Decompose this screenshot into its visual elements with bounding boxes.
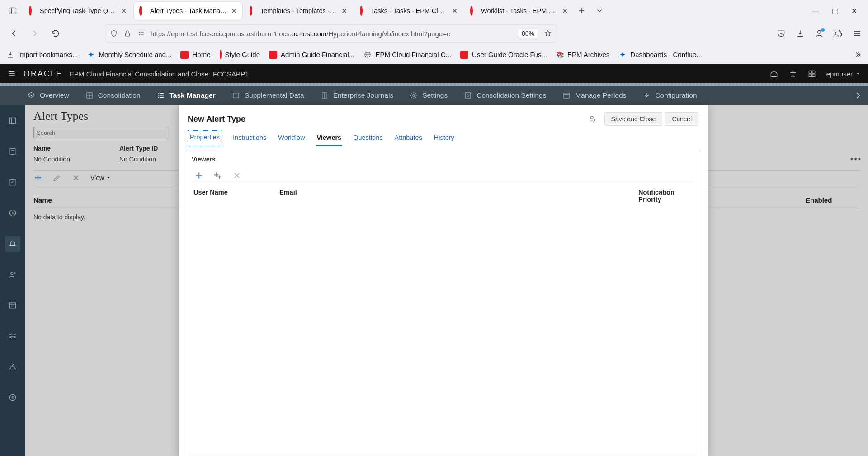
- bookmark-user-guide[interactable]: User Guide Oracle Fus...: [460, 51, 547, 59]
- bookmark-monthly[interactable]: ✦Monthly Schedule and...: [87, 51, 172, 59]
- new-alert-type-dialog: New Alert Type Save and Close Cancel Pro…: [179, 105, 708, 456]
- save-and-close-button[interactable]: Save and Close: [604, 112, 663, 126]
- recent-browsing-button[interactable]: [4, 3, 22, 19]
- tab-workflow[interactable]: Workflow: [277, 130, 306, 146]
- bookmark-admin-guide[interactable]: Admin Guide Financial...: [269, 51, 354, 59]
- data-icon: [232, 91, 240, 100]
- module-nav-scroll-right[interactable]: [854, 91, 863, 100]
- add-team-button[interactable]: [213, 171, 222, 180]
- module-configuration[interactable]: Configuration: [642, 91, 697, 100]
- tab-instructions[interactable]: Instructions: [232, 130, 267, 146]
- accessibility-icon[interactable]: [788, 69, 797, 78]
- dialog-body: Viewers User Name Email Notification Pri…: [186, 150, 700, 456]
- bookmark-label: User Guide Oracle Fus...: [472, 51, 547, 58]
- oracle-favicon-icon: [470, 7, 477, 14]
- downloads-icon[interactable]: [796, 29, 805, 38]
- svg-rect-0: [9, 8, 16, 14]
- tab-close-icon[interactable]: ✕: [121, 7, 127, 15]
- wrench-icon: [642, 91, 651, 100]
- tab-properties[interactable]: Properties: [188, 130, 222, 146]
- bookmark-star-icon[interactable]: [544, 29, 552, 38]
- window-maximize-button[interactable]: ▢: [832, 7, 839, 15]
- reload-button[interactable]: [48, 26, 63, 41]
- bookmark-label: EPM Archives: [567, 51, 609, 58]
- user-menu[interactable]: epmuser: [826, 70, 861, 78]
- book-icon: [321, 91, 329, 100]
- module-label: Consolidation: [98, 91, 141, 100]
- bookmark-label: Import bookmarks...: [18, 51, 78, 58]
- all-tabs-button[interactable]: [595, 7, 604, 15]
- assign-user-icon[interactable]: [588, 114, 597, 124]
- svg-rect-2: [126, 33, 130, 36]
- svg-point-15: [792, 71, 793, 72]
- tab-questions[interactable]: Questions: [352, 130, 383, 146]
- navigator-icon[interactable]: [807, 69, 816, 78]
- panel-icon: [8, 6, 17, 15]
- svg-point-4: [139, 34, 140, 35]
- module-manage-periods[interactable]: Manage Periods: [562, 91, 626, 100]
- tab-close-icon[interactable]: ✕: [452, 7, 458, 15]
- tab-history[interactable]: History: [433, 130, 455, 146]
- app-root: ORACLE EPM Cloud Financial Consolidation…: [0, 64, 868, 456]
- cancel-button[interactable]: Cancel: [665, 112, 698, 126]
- tab-close-icon[interactable]: ✕: [231, 7, 237, 15]
- module-nav: Overview Consolidation Task Manager Supp…: [0, 86, 868, 105]
- bookmark-label: EPM Cloud Financial C...: [375, 51, 451, 58]
- svg-rect-26: [465, 93, 471, 98]
- extensions-icon[interactable]: [834, 29, 843, 38]
- module-enterprise-journals[interactable]: Enterprise Journals: [321, 91, 394, 100]
- dialog-tabs: Properties Instructions Workflow Viewers…: [179, 130, 708, 146]
- account-icon[interactable]: [815, 29, 824, 38]
- tasks-icon: [157, 91, 165, 100]
- module-task-manager[interactable]: Task Manager: [157, 91, 216, 100]
- app-menu-icon[interactable]: [853, 29, 862, 38]
- tab-close-icon[interactable]: ✕: [562, 7, 568, 15]
- zoom-indicator[interactable]: 80%: [518, 28, 538, 38]
- svg-point-46: [590, 116, 593, 119]
- svg-rect-19: [812, 74, 815, 77]
- browser-tab-3[interactable]: Tasks - Tasks - EPM Cloud ✕: [354, 2, 463, 20]
- module-label: Consolidation Settings: [476, 91, 546, 100]
- bookmarks-overflow-icon[interactable]: [854, 51, 862, 59]
- tab-title: Alert Types - Task Manage: [150, 7, 227, 14]
- bookmark-dashboards[interactable]: ✦Dashboards - Conflue...: [618, 51, 702, 59]
- module-settings[interactable]: Settings: [410, 91, 448, 100]
- bookmark-style-guide[interactable]: Style Guide: [220, 51, 260, 58]
- shield-icon: [110, 29, 118, 38]
- oracle-icon: [460, 51, 468, 59]
- browser-tab-1[interactable]: Alert Types - Task Manage ✕: [134, 2, 242, 20]
- pocket-icon[interactable]: [777, 29, 786, 38]
- forward-button[interactable]: [27, 26, 42, 41]
- svg-point-27: [467, 95, 469, 97]
- tab-viewers[interactable]: Viewers: [316, 130, 343, 146]
- url-bar[interactable]: https://epm-test-fccsoci.epm.us-ashburn-…: [105, 24, 557, 43]
- back-button[interactable]: [6, 26, 22, 41]
- remove-viewer-button[interactable]: [232, 171, 241, 180]
- module-overview[interactable]: Overview: [27, 91, 69, 100]
- tab-attributes[interactable]: Attributes: [393, 130, 423, 146]
- home-icon[interactable]: [769, 69, 778, 78]
- oracle-icon: [269, 51, 277, 59]
- module-supplemental-data[interactable]: Supplemental Data: [232, 91, 304, 100]
- browser-tab-4[interactable]: Worklist - Tasks - EPM Clo ✕: [465, 2, 573, 20]
- chevron-down-icon: [855, 71, 861, 76]
- add-viewer-button[interactable]: [194, 171, 203, 180]
- bookmark-home[interactable]: Home: [180, 51, 210, 59]
- bookmark-epm-cloud[interactable]: EPM Cloud Financial C...: [363, 51, 451, 59]
- tab-close-icon[interactable]: ✕: [341, 7, 347, 15]
- gear-icon: [410, 91, 418, 100]
- bookmark-import[interactable]: Import bookmarks...: [6, 51, 78, 59]
- hamburger-icon[interactable]: [7, 69, 16, 78]
- new-tab-button[interactable]: +: [579, 5, 585, 17]
- module-consolidation[interactable]: Consolidation: [85, 91, 141, 100]
- browser-tab-2[interactable]: Templates - Templates - Ta ✕: [244, 2, 353, 20]
- browser-tab-0[interactable]: Specifying Task Type Ques ✕: [24, 2, 132, 20]
- svg-point-3: [139, 32, 140, 33]
- tab-title: Worklist - Tasks - EPM Clo: [481, 7, 558, 14]
- window-minimize-button[interactable]: —: [812, 7, 819, 15]
- window-close-button[interactable]: ✕: [851, 7, 857, 15]
- tab-title: Specifying Task Type Ques: [40, 7, 117, 14]
- module-consolidation-settings[interactable]: Consolidation Settings: [464, 91, 546, 100]
- bookmark-epm-archives[interactable]: 📚EPM Archives: [556, 51, 609, 58]
- import-icon: [6, 51, 14, 59]
